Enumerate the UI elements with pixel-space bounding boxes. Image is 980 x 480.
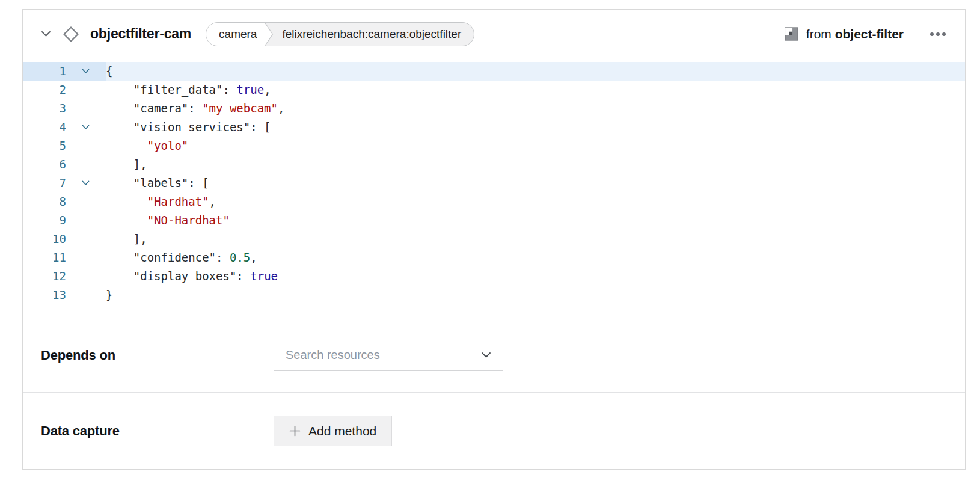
- line-number: 8: [23, 192, 66, 211]
- fold-spacer: [66, 286, 106, 304]
- from-module-name: object-filter: [835, 27, 904, 41]
- fold-spacer: [66, 267, 106, 286]
- search-resources-select[interactable]: Search resources: [274, 340, 503, 371]
- line-number: 1: [23, 62, 66, 81]
- resource-type-model-pill: camera felixreichenbach:camera:objectfil…: [206, 22, 474, 46]
- code-line[interactable]: 6 ],: [23, 155, 965, 174]
- line-number: 6: [23, 155, 66, 174]
- card-header: objectfilter-cam camera felixreichenbach…: [23, 10, 965, 58]
- line-number: 3: [23, 99, 66, 118]
- code-line[interactable]: 1{: [23, 62, 965, 81]
- line-number: 12: [23, 267, 66, 286]
- code-text: "Hardhat",: [106, 192, 965, 211]
- header-right-group: from object-filter: [785, 27, 947, 42]
- code-lines: 1{2 "filter_data": true,3 "camera": "my_…: [23, 62, 965, 304]
- from-module-text: from object-filter: [806, 27, 904, 42]
- code-line[interactable]: 10 ],: [23, 230, 965, 248]
- fold-toggle-icon[interactable]: [66, 62, 106, 81]
- line-number: 7: [23, 174, 66, 192]
- pill-chevron-divider: [265, 23, 274, 46]
- resource-config-card: objectfilter-cam camera felixreichenbach…: [22, 9, 966, 470]
- resource-type-label: camera: [206, 23, 265, 46]
- code-text: "labels": [: [106, 174, 965, 192]
- line-number: 9: [23, 211, 66, 230]
- line-number: 5: [23, 137, 66, 155]
- fold-spacer: [66, 155, 106, 174]
- plus-icon: [289, 425, 301, 437]
- code-line[interactable]: 2 "filter_data": true,: [23, 81, 965, 99]
- code-line[interactable]: 8 "Hardhat",: [23, 192, 965, 211]
- data-capture-label: Data capture: [41, 423, 274, 439]
- code-line[interactable]: 9 "NO-Hardhat": [23, 211, 965, 230]
- code-text: "filter_data": true,: [106, 81, 965, 99]
- line-number: 4: [23, 118, 66, 137]
- fold-spacer: [66, 192, 106, 211]
- resource-name-title: objectfilter-cam: [90, 26, 191, 42]
- chevron-down-icon: [41, 31, 51, 37]
- code-line[interactable]: 4 "vision_services": [: [23, 118, 965, 137]
- overflow-menu-button[interactable]: [929, 29, 947, 40]
- code-text: "display_boxes": true: [106, 267, 965, 286]
- code-text: "vision_services": [: [106, 118, 965, 137]
- code-text: "NO-Hardhat": [106, 211, 965, 230]
- code-line[interactable]: 7 "labels": [: [23, 174, 965, 192]
- fold-spacer: [66, 211, 106, 230]
- fold-spacer: [66, 248, 106, 267]
- depends-on-label: Depends on: [41, 348, 274, 363]
- code-text: ],: [106, 155, 965, 174]
- code-line[interactable]: 12 "display_boxes": true: [23, 267, 965, 286]
- fold-spacer: [66, 230, 106, 248]
- line-number: 2: [23, 81, 66, 99]
- code-text: ],: [106, 230, 965, 248]
- resource-model-label: felixreichenbach:camera:objectfilter: [274, 23, 474, 46]
- fold-spacer: [66, 81, 106, 99]
- fold-spacer: [66, 99, 106, 118]
- add-method-button[interactable]: Add method: [274, 416, 392, 446]
- code-text: {: [106, 62, 965, 81]
- code-text: "yolo": [106, 137, 965, 155]
- fold-toggle-icon[interactable]: [66, 174, 106, 192]
- module-fragment-icon: [785, 27, 798, 41]
- from-prefix: from: [806, 27, 831, 41]
- collapse-card-button[interactable]: [39, 28, 52, 41]
- code-editor[interactable]: 1{2 "filter_data": true,3 "camera": "my_…: [23, 58, 965, 318]
- code-line[interactable]: 11 "confidence": 0.5,: [23, 248, 965, 267]
- data-capture-section: Data capture Add method: [23, 393, 965, 469]
- code-line[interactable]: 3 "camera": "my_webcam",: [23, 99, 965, 118]
- search-resources-placeholder: Search resources: [286, 348, 380, 362]
- line-number: 11: [23, 248, 66, 267]
- fold-spacer: [66, 137, 106, 155]
- chevron-down-icon: [481, 352, 491, 358]
- component-diamond-icon: [62, 25, 80, 43]
- line-number: 13: [23, 286, 66, 304]
- fold-toggle-icon[interactable]: [66, 118, 106, 137]
- code-line[interactable]: 13}: [23, 286, 965, 304]
- line-number: 10: [23, 230, 66, 248]
- depends-on-section: Depends on Search resources: [23, 318, 965, 393]
- code-text: "camera": "my_webcam",: [106, 99, 965, 118]
- add-method-label: Add method: [308, 424, 376, 438]
- code-text: }: [106, 286, 965, 304]
- ellipsis-icon: [930, 32, 946, 36]
- code-line[interactable]: 5 "yolo": [23, 137, 965, 155]
- code-text: "confidence": 0.5,: [106, 248, 965, 267]
